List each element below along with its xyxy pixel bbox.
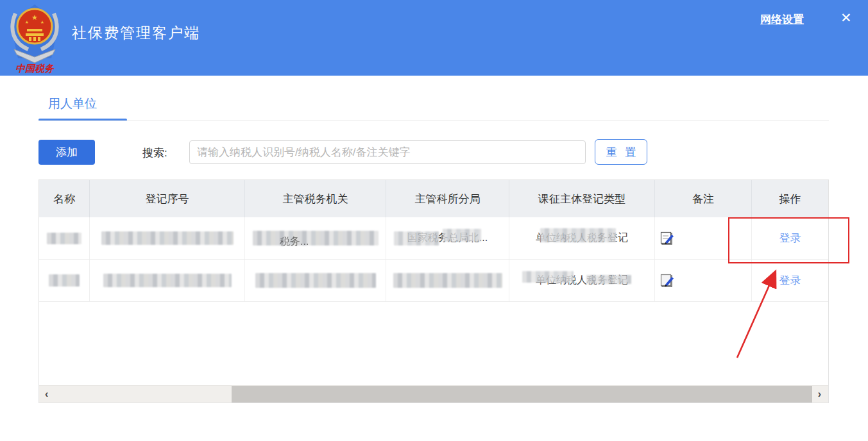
redaction-patch (522, 271, 574, 283)
china-tax-logo-icon: ★ ★ ★ 中国税务 (9, 3, 60, 74)
redacted-name (47, 233, 81, 244)
logo-text: 中国税务 (15, 63, 55, 74)
redaction-patch (540, 228, 616, 242)
search-label: 搜索: (142, 146, 167, 160)
col-header-remark: 备注 (655, 180, 752, 217)
login-link[interactable]: 登录 (779, 273, 801, 288)
col-header-registration-type: 课征主体登记类型 (509, 180, 655, 217)
redacted-tax-authority (253, 231, 379, 245)
col-header-registration-no: 登记序号 (90, 180, 245, 217)
tab-bar-divider (38, 121, 829, 121)
svg-text:★: ★ (25, 20, 29, 24)
employer-table: 名称 登记序号 主管税务机关 主管科所分局 课征主体登记类型 备注 操作 税务.… (38, 179, 829, 403)
redacted-name (49, 274, 80, 287)
col-header-action: 操作 (752, 180, 828, 217)
table-row: 税务... 国家税务总局北... 单位纳税人税务登记 登录 (39, 217, 828, 260)
table-header-row: 名称 登记序号 主管税务机关 主管科所分局 课征主体登记类型 备注 操作 (39, 180, 828, 217)
tab-employer[interactable]: 用人单位 (48, 96, 97, 112)
horizontal-scrollbar[interactable]: ‹ › (39, 385, 828, 403)
redacted-registration-no (103, 274, 232, 287)
search-input[interactable] (189, 140, 586, 164)
close-icon[interactable]: ✕ (840, 10, 852, 26)
reset-button[interactable]: 重 置 (595, 139, 647, 165)
redaction-patch (443, 229, 481, 242)
redacted-branch (393, 273, 502, 288)
scrollbar-thumb[interactable] (232, 386, 812, 403)
col-header-name: 名称 (39, 180, 90, 217)
app-title: 社保费管理客户端 (72, 23, 200, 43)
edit-note-icon[interactable] (660, 273, 676, 288)
col-header-tax-authority: 主管税务机关 (245, 180, 386, 217)
table-row: 单位纳税人税务登记 登录 (39, 260, 828, 302)
col-header-branch: 主管科所分局 (386, 180, 509, 217)
add-button[interactable]: 添加 (38, 140, 95, 165)
scroll-left-icon[interactable]: ‹ (45, 387, 48, 401)
svg-text:★: ★ (40, 20, 44, 24)
tax-authority-fragment: 税务... (280, 235, 309, 249)
redaction-patch (394, 231, 439, 245)
redacted-registration-no (101, 231, 234, 245)
network-settings-link[interactable]: 网络设置 (760, 12, 804, 27)
svg-text:★: ★ (31, 13, 38, 21)
highlight-rectangle (728, 217, 849, 263)
app-header: ★ ★ ★ 中国税务 社保费管理客户端 网络设置 ✕ (0, 0, 868, 76)
redaction-patch (586, 275, 631, 284)
scroll-right-icon[interactable]: › (818, 387, 821, 401)
redacted-tax-authority (255, 273, 376, 288)
edit-note-icon[interactable] (660, 231, 676, 246)
